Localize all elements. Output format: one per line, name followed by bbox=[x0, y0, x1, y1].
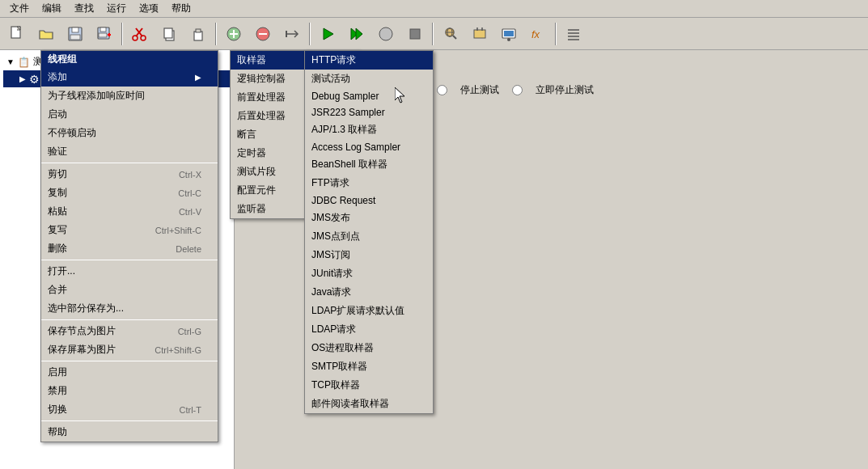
menu-find[interactable]: 查找 bbox=[68, 0, 100, 17]
svg-point-39 bbox=[507, 38, 510, 41]
sampler-debug[interactable]: Debug Sampler bbox=[305, 88, 433, 104]
sampler-ftp[interactable]: FTP请求 bbox=[305, 174, 433, 192]
menu-item-validate[interactable]: 验证 bbox=[41, 142, 218, 161]
sampler-java[interactable]: Java请求 bbox=[305, 283, 433, 302]
menu-item-start-no-pause[interactable]: 不停顿启动 bbox=[41, 124, 218, 142]
sampler-access-log[interactable]: Access Log Sampler bbox=[305, 139, 433, 155]
sampler-ldap-ext[interactable]: LDAP扩展请求默认值 bbox=[305, 302, 433, 320]
menu-help[interactable]: 帮助 bbox=[165, 0, 197, 17]
sep-3 bbox=[41, 319, 218, 320]
function-button[interactable]: fx bbox=[524, 20, 552, 48]
sep3 bbox=[309, 23, 311, 45]
menu-edit[interactable]: 编辑 bbox=[36, 0, 68, 17]
remote-button[interactable] bbox=[495, 20, 523, 48]
sep5 bbox=[555, 23, 557, 45]
svg-marker-24 bbox=[324, 28, 333, 40]
tree-arrow: ▼ bbox=[6, 57, 15, 66]
svg-rect-3 bbox=[72, 27, 78, 32]
add-button[interactable] bbox=[220, 20, 248, 48]
menu-item-open[interactable]: 打开... bbox=[41, 262, 218, 281]
menu-item-save-screen-img[interactable]: 保存屏幕为图片 Ctrl+Shift-G bbox=[41, 340, 218, 359]
open-button[interactable] bbox=[32, 20, 60, 48]
run-advanced-button[interactable] bbox=[343, 20, 370, 48]
menu-item-help[interactable]: 帮助 bbox=[41, 423, 218, 442]
sampler-jms-pub[interactable]: JMS发布 bbox=[305, 209, 433, 227]
submenu-arrow: ▶ bbox=[195, 73, 201, 82]
menu-file[interactable]: 文件 bbox=[3, 0, 36, 17]
save-button[interactable] bbox=[61, 20, 89, 48]
menu-item-disable[interactable]: 禁用 bbox=[41, 382, 218, 400]
sep2 bbox=[215, 23, 217, 45]
menu-item-delete[interactable]: 删除 Delete bbox=[41, 239, 218, 258]
saveas-button[interactable] bbox=[91, 20, 118, 48]
menu-item-save-selection[interactable]: 选中部分保存为... bbox=[41, 299, 218, 318]
menubar: 文件 编辑 查找 运行 选项 帮助 bbox=[0, 0, 868, 18]
svg-rect-6 bbox=[100, 27, 106, 32]
toolbar: fx bbox=[0, 18, 868, 50]
svg-point-12 bbox=[133, 36, 138, 40]
copy-button[interactable] bbox=[155, 20, 183, 48]
svg-rect-7 bbox=[99, 33, 107, 37]
paste-button[interactable] bbox=[184, 20, 212, 48]
stop2-button[interactable] bbox=[401, 20, 429, 48]
stop-button[interactable] bbox=[372, 20, 400, 48]
clear-button[interactable] bbox=[466, 20, 493, 48]
sampler-ajp[interactable]: AJP/1.3 取样器 bbox=[305, 120, 433, 139]
menu-item-add[interactable]: 添加 ▶ bbox=[41, 68, 218, 87]
menu-item-add-response[interactable]: 为子线程添加响应时间 bbox=[41, 87, 218, 105]
sampler-jms-sub[interactable]: JMS订阅 bbox=[305, 246, 433, 264]
browse-button[interactable] bbox=[437, 20, 464, 48]
sep1 bbox=[121, 23, 123, 45]
shortcut-savescreen: Ctrl+Shift-G bbox=[155, 345, 201, 355]
sep-4 bbox=[41, 361, 218, 361]
radio-stop-test-now[interactable] bbox=[512, 85, 523, 95]
sampler-test-action[interactable]: 测试活动 bbox=[305, 70, 433, 88]
cut-button[interactable] bbox=[126, 20, 154, 48]
remove-button[interactable] bbox=[249, 20, 277, 48]
menu-item-enable[interactable]: 启用 bbox=[41, 363, 218, 382]
menu-item-duplicate[interactable]: 复写 Ctrl+Shift-C bbox=[41, 221, 218, 239]
sep-1 bbox=[41, 163, 218, 163]
shortcut-savenode: Ctrl-G bbox=[178, 327, 201, 336]
sampler-jms-p2p[interactable]: JMS点到点 bbox=[305, 227, 433, 246]
svg-point-27 bbox=[379, 27, 392, 40]
menu-item-save-node-img[interactable]: 保存节点为图片 Ctrl-G bbox=[41, 322, 218, 340]
svg-rect-38 bbox=[504, 31, 514, 36]
shortcut-delete: Delete bbox=[176, 244, 201, 254]
sampler-junit[interactable]: JUnit请求 bbox=[305, 264, 433, 283]
radio-stop-test[interactable] bbox=[437, 85, 447, 95]
menu-item-start[interactable]: 启动 bbox=[41, 105, 218, 124]
menu-item-copy[interactable]: 复制 Ctrl-C bbox=[41, 184, 218, 202]
svg-rect-34 bbox=[474, 30, 485, 38]
sampler-ldap[interactable]: LDAP请求 bbox=[305, 320, 433, 339]
shortcut-paste: Ctrl-V bbox=[179, 207, 201, 217]
sampler-jdbc[interactable]: JDBC Request bbox=[305, 192, 433, 209]
svg-rect-28 bbox=[410, 29, 420, 39]
sampler-jsr223[interactable]: JSR223 Sampler bbox=[305, 104, 433, 120]
svg-line-31 bbox=[453, 36, 456, 39]
sep4 bbox=[432, 23, 434, 45]
submenu-sampler: HTTP请求 测试活动 Debug Sampler JSR223 Sampler… bbox=[304, 50, 434, 414]
svg-point-13 bbox=[141, 36, 146, 40]
sampler-os[interactable]: OS进程取样器 bbox=[305, 339, 433, 357]
shortcut-copy: Ctrl-C bbox=[178, 188, 201, 198]
list-button[interactable] bbox=[560, 20, 587, 48]
svg-rect-17 bbox=[196, 29, 201, 32]
menu-run[interactable]: 运行 bbox=[100, 0, 133, 17]
context-menu-main: 线程组 添加 ▶ 为子线程添加响应时间 启动 不停顿启动 验证 剪切 Ctrl-… bbox=[40, 50, 218, 442]
menu-item-cut[interactable]: 剪切 Ctrl-X bbox=[41, 165, 218, 184]
toggle-button[interactable] bbox=[278, 20, 306, 48]
sampler-smtp[interactable]: SMTP取样器 bbox=[305, 357, 433, 376]
run-button[interactable] bbox=[314, 20, 341, 48]
sampler-mail-reader[interactable]: 邮件阅读者取样器 bbox=[305, 395, 433, 413]
menu-item-merge[interactable]: 合并 bbox=[41, 281, 218, 299]
sampler-beanshell[interactable]: BeanShell 取样器 bbox=[305, 155, 433, 174]
menu-item-paste[interactable]: 粘贴 Ctrl-V bbox=[41, 202, 218, 221]
tree-arrow2: ▶ bbox=[19, 74, 26, 83]
sampler-http[interactable]: HTTP请求 bbox=[305, 51, 433, 70]
menu-options[interactable]: 选项 bbox=[133, 0, 165, 17]
menu-item-toggle[interactable]: 切换 Ctrl-T bbox=[41, 400, 218, 419]
sep-2 bbox=[41, 260, 218, 260]
sampler-tcp[interactable]: TCP取样器 bbox=[305, 376, 433, 395]
new-button[interactable] bbox=[3, 20, 31, 48]
